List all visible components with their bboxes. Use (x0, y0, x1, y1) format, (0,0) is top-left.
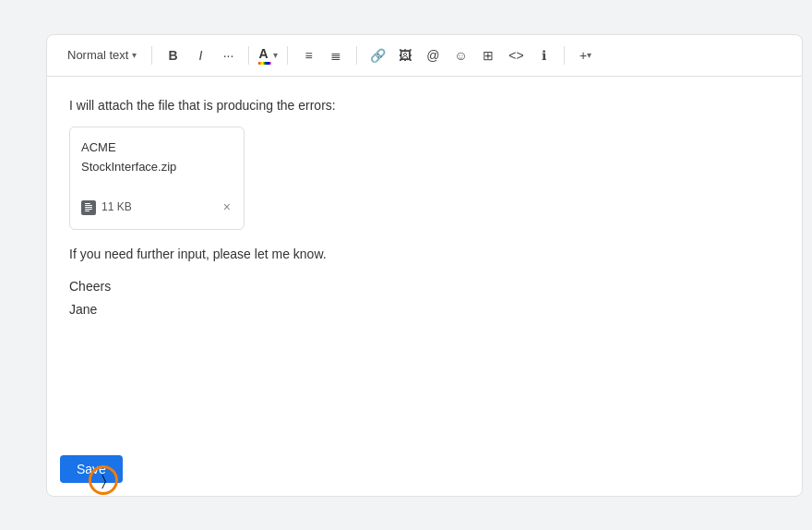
divider-4 (356, 46, 357, 65)
emoji-button[interactable]: ☺ (448, 42, 473, 68)
link-button[interactable]: 🔗 (364, 42, 390, 68)
font-color-button[interactable]: A ▾ (257, 42, 280, 68)
text-style-dropdown[interactable]: Normal text ▾ (60, 44, 144, 66)
numbered-list-button[interactable]: ≣ (323, 42, 349, 68)
table-button[interactable]: ⊞ (475, 42, 501, 68)
content-area[interactable]: I will attach the file that is producing… (47, 77, 802, 446)
save-button[interactable]: Save (60, 455, 123, 483)
bullet-list-button[interactable]: ≡ (295, 42, 321, 68)
at-button[interactable]: @ (420, 42, 446, 68)
divider-5 (564, 46, 565, 65)
attachment-filename: ACME StockInterface.zip (81, 139, 233, 177)
text-format-group: B I ··· (160, 42, 241, 68)
font-color-label: A (258, 46, 271, 65)
divider-3 (287, 46, 288, 65)
closing-text: Cheers Jane (69, 275, 780, 321)
divider-2 (248, 46, 249, 65)
attachment-card: ACME StockInterface.zip 11 KB × (69, 126, 245, 230)
text-style-label: Normal text (67, 48, 128, 62)
image-button[interactable]: 🖼 (392, 42, 418, 68)
followup-text: If you need further input, please let me… (69, 243, 780, 322)
intro-text: I will attach the file that is producing… (69, 95, 780, 115)
editor-container: Normal text ▾ B I ··· A ▾ ≡ ≣ (46, 34, 803, 497)
code-button[interactable]: <> (503, 42, 529, 68)
svg-rect-0 (85, 203, 90, 204)
file-type-icon (81, 200, 96, 215)
chevron-down-icon: ▾ (132, 50, 137, 60)
attachment-size: 11 KB (102, 199, 132, 216)
bold-button[interactable]: B (160, 42, 185, 68)
svg-rect-2 (85, 207, 92, 208)
editor-toolbar: Normal text ▾ B I ··· A ▾ ≡ ≣ (47, 35, 802, 77)
bottom-bar: Save (47, 446, 802, 496)
font-color-bar (258, 62, 271, 65)
svg-rect-4 (85, 211, 90, 211)
font-color-chevron: ▾ (273, 50, 278, 60)
divider-1 (151, 46, 152, 65)
attachment-size-group: 11 KB (81, 199, 132, 216)
list-format-group: ≡ ≣ (295, 42, 349, 68)
more-options-button[interactable]: + ▾ (572, 42, 598, 68)
italic-button[interactable]: I (187, 42, 213, 68)
svg-rect-1 (85, 205, 92, 206)
attachment-footer: 11 KB × (81, 195, 233, 219)
insert-group: 🔗 🖼 @ ☺ ⊞ <> ℹ (364, 42, 556, 68)
svg-rect-3 (85, 209, 92, 210)
attachment-remove-button[interactable]: × (221, 195, 233, 219)
info-button[interactable]: ℹ (531, 42, 556, 68)
more-format-button[interactable]: ··· (215, 42, 241, 68)
